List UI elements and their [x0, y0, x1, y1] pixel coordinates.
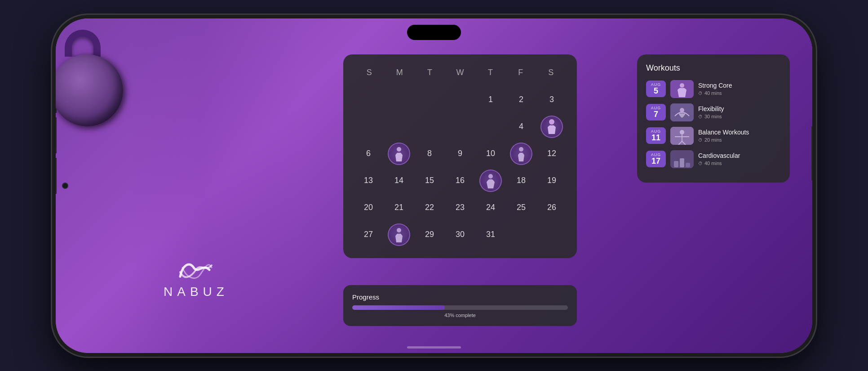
workout-thumb-1 — [670, 80, 694, 98]
svg-rect-18 — [686, 163, 690, 167]
cal-cell-28[interactable] — [385, 222, 413, 247]
cal-cell-empty — [476, 114, 505, 139]
cal-cell-24[interactable]: 24 — [476, 195, 505, 220]
home-indicator — [407, 346, 461, 349]
workout-date-badge-3: Aug 11 — [646, 127, 666, 144]
workout-name-2: Flexibility — [698, 105, 781, 112]
cal-cell-empty — [354, 114, 383, 139]
workout-info-4: Cardiovascular ⏱ 40 mins — [698, 152, 781, 166]
cal-cell-16[interactable]: 16 — [446, 168, 474, 193]
cal-cell-14[interactable]: 14 — [385, 168, 413, 193]
workout-day-1: 5 — [654, 87, 658, 96]
workout-duration-wrap-4: ⏱ 40 mins — [698, 161, 781, 166]
workout-duration-3: 20 mins — [704, 137, 722, 143]
calendar-body: 1 2 3 4 — [354, 87, 566, 247]
cal-cell-20[interactable]: 20 — [354, 195, 383, 220]
kettlebell-decoration — [56, 27, 146, 135]
cal-header-m: M — [384, 65, 414, 80]
workout-info-2: Flexibility ⏱ 30 mins — [698, 105, 781, 119]
svg-point-10 — [680, 130, 684, 134]
cal-cell-15[interactable]: 15 — [415, 168, 444, 193]
workout-thumb-2 — [670, 103, 694, 121]
svg-point-3 — [488, 174, 493, 179]
svg-point-8 — [680, 108, 684, 112]
cal-cell-17[interactable] — [476, 168, 505, 193]
svg-rect-17 — [680, 158, 684, 167]
workout-name-3: Balance Workouts — [698, 129, 781, 136]
workout-item-balance[interactable]: Aug 11 — [646, 127, 781, 145]
workout-duration-4: 40 mins — [704, 161, 722, 166]
cal-cell-5[interactable]: 5 — [537, 114, 566, 139]
cal-cell-12[interactable]: 12 — [537, 141, 566, 166]
workout-date-badge-4: Aug 17 — [646, 151, 666, 168]
cal-cell-19[interactable]: 19 — [537, 168, 566, 193]
workout-date-badge-2: Aug 7 — [646, 104, 666, 121]
cal-cell-9[interactable]: 9 — [446, 141, 474, 166]
workout-info-1: Strong Core ⏱ 40 mins — [698, 82, 781, 96]
cal-cell-4[interactable]: 4 — [507, 114, 536, 139]
cal-cell-empty — [385, 87, 413, 112]
svg-point-6 — [680, 83, 684, 88]
workout-duration-2: 30 mins — [704, 114, 722, 119]
cal-cell-13[interactable]: 13 — [354, 168, 383, 193]
cal-cell-30[interactable]: 30 — [446, 222, 474, 247]
cal-cell-29[interactable]: 29 — [415, 222, 444, 247]
workout-name-1: Strong Core — [698, 82, 781, 89]
cal-cell-empty — [446, 114, 474, 139]
workout-thumb-4 — [670, 150, 694, 168]
svg-rect-16 — [674, 161, 678, 167]
cal-cell-empty — [507, 222, 536, 247]
workout-item-cardiovascular[interactable]: Aug 17 Cardiovascular — [646, 150, 781, 168]
cal-cell-6[interactable]: 6 — [354, 141, 383, 166]
workout-info-3: Balance Workouts ⏱ 20 mins — [698, 129, 781, 143]
cal-cell-21[interactable]: 21 — [385, 195, 413, 220]
clock-icon-1: ⏱ — [698, 91, 703, 96]
nabuz-logo-icon — [178, 256, 214, 281]
workout-duration-wrap-1: ⏱ 40 mins — [698, 90, 781, 96]
cal-header-f: F — [505, 65, 536, 80]
cal-cell-11[interactable] — [507, 141, 536, 166]
progress-bar-fill — [352, 305, 445, 310]
workout-item-flexibility[interactable]: Aug 7 Flexibility — [646, 103, 781, 121]
cal-header-s1: S — [354, 65, 384, 80]
calendar-grid: S M T W T F S 1 2 3 — [354, 65, 566, 247]
calendar-header: S M T W T F S — [354, 65, 566, 80]
side-button-volume-down — [56, 158, 57, 194]
clock-icon-2: ⏱ — [698, 114, 703, 119]
workout-thumb-3 — [670, 127, 694, 145]
cal-cell-empty — [537, 222, 566, 247]
cal-cell-31[interactable]: 31 — [476, 222, 505, 247]
cal-header-s2: S — [536, 65, 566, 80]
calendar-panel: S M T W T F S 1 2 3 — [343, 54, 577, 258]
workout-day-3: 11 — [651, 134, 660, 143]
cal-cell-1[interactable]: 1 — [476, 87, 505, 112]
nabuz-logo: NABUZ — [164, 256, 229, 299]
svg-point-2 — [519, 147, 523, 152]
workout-duration-1: 40 mins — [704, 90, 722, 96]
cal-cell-26[interactable]: 26 — [537, 195, 566, 220]
cal-cell-empty — [415, 114, 444, 139]
cal-header-w: W — [445, 65, 475, 80]
phone-frame: NABUZ S M T W T F S — [52, 15, 816, 357]
workout-duration-wrap-2: ⏱ 30 mins — [698, 114, 781, 119]
svg-point-4 — [397, 228, 401, 232]
cal-cell-10[interactable]: 10 — [476, 141, 505, 166]
cal-cell-2[interactable]: 2 — [507, 87, 536, 112]
workout-item-strong-core[interactable]: Aug 5 Strong Core ⏱ — [646, 80, 781, 98]
cal-header-t1: T — [415, 65, 445, 80]
cal-cell-27[interactable]: 27 — [354, 222, 383, 247]
cal-cell-3[interactable]: 3 — [537, 87, 566, 112]
progress-label: 43% complete — [352, 313, 568, 318]
clock-icon-4: ⏱ — [698, 161, 703, 166]
workout-date-badge-1: Aug 5 — [646, 80, 666, 98]
cal-cell-25[interactable]: 25 — [507, 195, 536, 220]
cal-cell-7[interactable] — [385, 141, 413, 166]
cal-cell-23[interactable]: 23 — [446, 195, 474, 220]
svg-point-0 — [549, 119, 554, 125]
phone-screen: NABUZ S M T W T F S — [56, 18, 812, 353]
cal-cell-8[interactable]: 8 — [415, 141, 444, 166]
dynamic-island — [407, 25, 461, 40]
cal-cell-18[interactable]: 18 — [507, 168, 536, 193]
progress-bar-background — [352, 305, 568, 310]
cal-cell-22[interactable]: 22 — [415, 195, 444, 220]
